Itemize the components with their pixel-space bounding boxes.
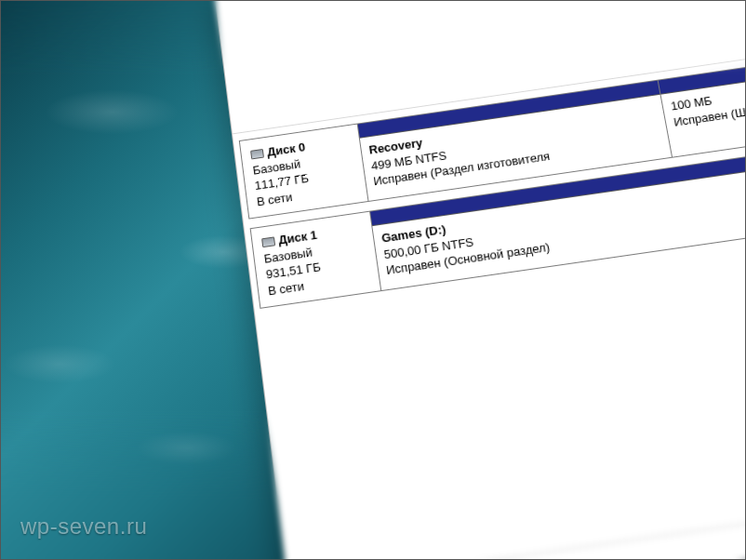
disk-icon	[261, 236, 275, 247]
disk-icon	[250, 149, 264, 160]
disk-header[interactable]: Диск 1 Базовый 931,51 ГБ В сети	[251, 212, 381, 308]
disk-header[interactable]: Диск 0 Базовый 111,77 ГБ В сети	[240, 124, 369, 218]
watermark-text: wp-seven.ru	[20, 513, 147, 540]
disk-management-window: Диск 0 Базовый 111,77 ГБ В сети Recovery…	[214, 0, 746, 560]
